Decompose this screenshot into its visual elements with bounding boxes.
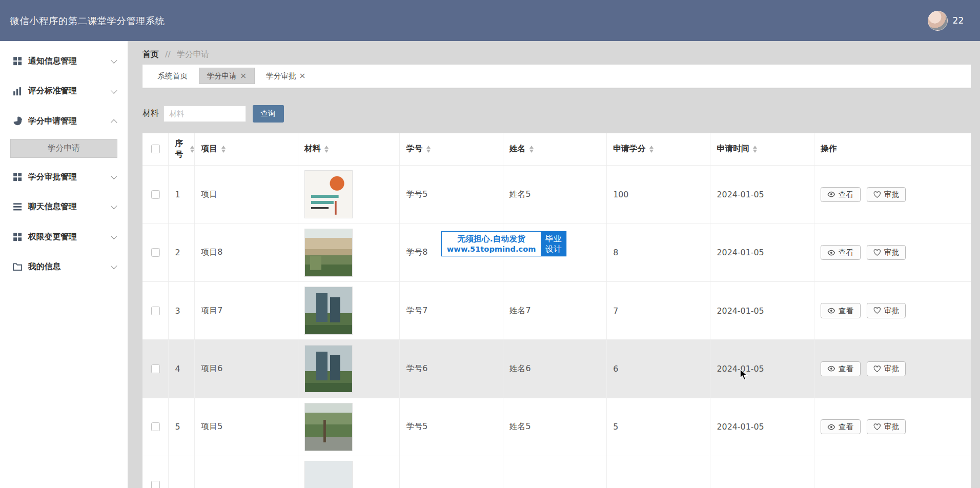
sort-icon[interactable]	[426, 146, 431, 153]
search-button[interactable]: 查询	[253, 105, 284, 123]
tab-credit-approval[interactable]: 学分审批 ×	[258, 68, 313, 84]
col-header-credits: 申请学分	[607, 133, 710, 165]
row-checkbox[interactable]	[151, 190, 160, 199]
cell-time: 2024-01-05	[710, 223, 814, 281]
view-button[interactable]: 查看	[821, 303, 861, 318]
material-image[interactable]	[304, 287, 353, 335]
col-header-project: 项目	[195, 133, 298, 165]
eye-icon	[827, 191, 835, 197]
cell-student-id: 学号6	[400, 340, 503, 397]
close-icon[interactable]: ×	[240, 72, 247, 80]
tab-label: 学分申请	[207, 71, 237, 81]
cell-credits: 5	[607, 398, 710, 456]
chevron-up-icon	[111, 119, 117, 126]
material-image[interactable]	[304, 461, 353, 488]
heart-icon	[873, 249, 881, 256]
app-window: 微信小程序的第二课堂学分管理系统 22 通知信息管理 评分标准管理	[0, 0, 980, 488]
sidebar-item-label: 权限变更管理	[28, 232, 112, 242]
approve-button[interactable]: 审批	[867, 419, 906, 434]
watermark-badge: 无须担心.自动发货 www.51topmind.com 毕业 设计	[442, 232, 566, 255]
row-checkbox[interactable]	[151, 364, 160, 373]
table-row: 5 项目5 学号5 姓名5 5 2024-01-05 查看 审	[142, 398, 971, 456]
cell-actions	[814, 456, 971, 488]
cell-no: 1	[169, 166, 195, 223]
app-title: 微信小程序的第二课堂学分管理系统	[10, 14, 165, 27]
approve-button[interactable]: 审批	[867, 187, 906, 202]
cell-actions: 查看 审批	[814, 398, 971, 456]
watermark-badge-label: 毕业 设计	[541, 232, 566, 255]
sidebar-subitem-credit-application[interactable]: 学分申请	[10, 139, 118, 158]
material-image[interactable]	[304, 170, 353, 218]
col-header-name: 姓名	[503, 133, 607, 165]
view-button[interactable]: 查看	[821, 419, 861, 434]
breadcrumb-home[interactable]: 首页	[142, 49, 159, 59]
row-checkbox[interactable]	[151, 248, 160, 257]
approve-button[interactable]: 审批	[867, 361, 906, 376]
sidebar-item-credit-approval[interactable]: 学分审批管理	[0, 162, 128, 192]
cell-project: 项目7	[195, 282, 298, 339]
sidebar-item-label: 评分标准管理	[28, 86, 112, 96]
sort-icon[interactable]	[221, 146, 226, 153]
tab-credit-application[interactable]: 学分申请 ×	[199, 68, 255, 84]
cell-credits: 7	[607, 282, 710, 339]
sidebar-item-chat-info[interactable]: 聊天信息管理	[0, 192, 128, 222]
view-button[interactable]: 查看	[821, 187, 861, 202]
cell-project: 项目5	[195, 398, 298, 456]
chevron-down-icon	[111, 263, 117, 269]
sidebar-item-scoring-standard[interactable]: 评分标准管理	[0, 76, 128, 107]
cell-actions: 查看 审批	[814, 166, 971, 223]
cell-time: 2024-01-05	[710, 166, 814, 223]
breadcrumb-current: 学分申请	[177, 49, 209, 59]
sidebar-item-label: 我的信息	[28, 261, 112, 272]
table-row: 3 项目7 学号7 姓名7 7 2024-01-05 查看 审	[142, 282, 971, 340]
sidebar-item-notice-info[interactable]: 通知信息管理	[0, 46, 128, 76]
user-badge: 22	[953, 15, 964, 26]
sort-icon[interactable]	[649, 146, 654, 153]
row-checkbox[interactable]	[151, 307, 160, 315]
sort-icon[interactable]	[190, 146, 194, 153]
cell-time: 2024-01-05	[710, 282, 814, 339]
cell-no: 2	[169, 223, 195, 281]
sidebar-item-permission-change[interactable]: 权限变更管理	[0, 222, 128, 252]
material-image[interactable]	[304, 345, 353, 393]
cell-time: 2024-01-05	[710, 340, 814, 397]
material-image[interactable]	[304, 403, 353, 451]
bar-chart-icon	[12, 86, 23, 96]
main-content: 首页 // 学分申请 系统首页 学分申请 × 学分审批 × 材料	[128, 41, 980, 488]
select-all-checkbox[interactable]	[151, 145, 160, 153]
close-icon[interactable]: ×	[299, 72, 305, 80]
cell-no: 3	[169, 282, 195, 339]
watermark-line2: www.51topmind.com	[447, 245, 536, 254]
cell-credits: 100	[607, 166, 710, 223]
sidebar-item-credit-application[interactable]: 学分申请管理	[0, 106, 128, 136]
sort-icon[interactable]	[529, 146, 534, 153]
view-button[interactable]: 查看	[821, 245, 861, 260]
grid-icon	[12, 232, 23, 242]
sidebar-item-label: 学分申请管理	[28, 116, 112, 127]
cell-name: 姓名5	[503, 398, 607, 456]
approve-button[interactable]: 审批	[867, 303, 906, 318]
approve-button[interactable]: 审批	[867, 245, 906, 260]
search-bar: 材料 查询	[142, 105, 980, 123]
breadcrumb: 首页 // 学分申请	[128, 41, 980, 64]
cell-project	[195, 456, 298, 488]
row-checkbox[interactable]	[151, 422, 160, 431]
search-input[interactable]	[164, 106, 246, 122]
view-button[interactable]: 查看	[821, 361, 861, 376]
cell-project: 项目	[195, 166, 298, 223]
row-checkbox[interactable]	[151, 481, 160, 488]
tab-system-home[interactable]: 系统首页	[150, 68, 195, 84]
user-avatar[interactable]	[928, 11, 948, 31]
sort-icon[interactable]	[324, 146, 329, 153]
grid-icon	[12, 172, 23, 182]
sidebar-item-my-info[interactable]: 我的信息	[0, 252, 128, 282]
table-row: 4 项目6 学号6 姓名6 6 2024-01-05 查看 审	[142, 340, 971, 398]
material-image[interactable]	[304, 229, 353, 277]
cell-name	[503, 456, 607, 488]
col-header-no: 序号	[169, 133, 195, 165]
sort-icon[interactable]	[753, 146, 757, 153]
col-header-time: 申请时间	[710, 133, 814, 165]
heart-icon	[873, 365, 881, 372]
cell-credits: 6	[607, 340, 710, 397]
col-header-student-id: 学号	[400, 133, 503, 165]
